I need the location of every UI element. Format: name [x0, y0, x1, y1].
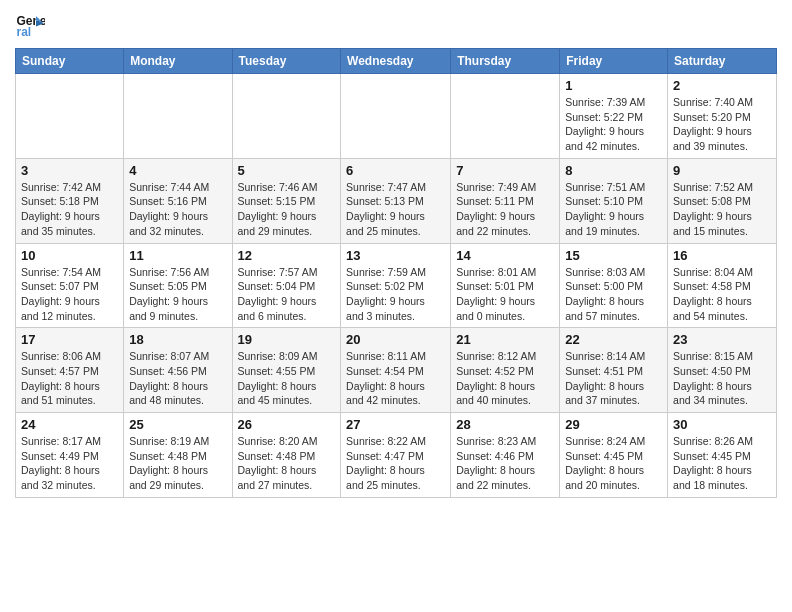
day-number: 6 — [346, 163, 445, 178]
day-number: 30 — [673, 417, 771, 432]
day-info: Sunrise: 8:22 AM Sunset: 4:47 PM Dayligh… — [346, 434, 445, 493]
day-info: Sunrise: 8:17 AM Sunset: 4:49 PM Dayligh… — [21, 434, 118, 493]
calendar-cell: 15Sunrise: 8:03 AM Sunset: 5:00 PM Dayli… — [560, 243, 668, 328]
calendar-cell: 26Sunrise: 8:20 AM Sunset: 4:48 PM Dayli… — [232, 413, 341, 498]
weekday-header-tuesday: Tuesday — [232, 49, 341, 74]
calendar-cell — [16, 74, 124, 159]
calendar-cell: 27Sunrise: 8:22 AM Sunset: 4:47 PM Dayli… — [341, 413, 451, 498]
weekday-header-sunday: Sunday — [16, 49, 124, 74]
day-info: Sunrise: 8:06 AM Sunset: 4:57 PM Dayligh… — [21, 349, 118, 408]
weekday-header-thursday: Thursday — [451, 49, 560, 74]
logo-icon: Gene ral — [15, 10, 45, 40]
calendar-cell: 12Sunrise: 7:57 AM Sunset: 5:04 PM Dayli… — [232, 243, 341, 328]
day-info: Sunrise: 7:46 AM Sunset: 5:15 PM Dayligh… — [238, 180, 336, 239]
day-number: 11 — [129, 248, 226, 263]
calendar-cell: 29Sunrise: 8:24 AM Sunset: 4:45 PM Dayli… — [560, 413, 668, 498]
calendar-cell — [232, 74, 341, 159]
day-info: Sunrise: 8:01 AM Sunset: 5:01 PM Dayligh… — [456, 265, 554, 324]
page-header: Gene ral — [15, 10, 777, 40]
day-info: Sunrise: 8:23 AM Sunset: 4:46 PM Dayligh… — [456, 434, 554, 493]
calendar-header-row: SundayMondayTuesdayWednesdayThursdayFrid… — [16, 49, 777, 74]
calendar-cell — [124, 74, 232, 159]
day-info: Sunrise: 8:11 AM Sunset: 4:54 PM Dayligh… — [346, 349, 445, 408]
day-info: Sunrise: 7:51 AM Sunset: 5:10 PM Dayligh… — [565, 180, 662, 239]
calendar-week-5: 24Sunrise: 8:17 AM Sunset: 4:49 PM Dayli… — [16, 413, 777, 498]
day-info: Sunrise: 8:03 AM Sunset: 5:00 PM Dayligh… — [565, 265, 662, 324]
day-number: 25 — [129, 417, 226, 432]
day-info: Sunrise: 7:44 AM Sunset: 5:16 PM Dayligh… — [129, 180, 226, 239]
calendar-cell: 24Sunrise: 8:17 AM Sunset: 4:49 PM Dayli… — [16, 413, 124, 498]
day-info: Sunrise: 8:20 AM Sunset: 4:48 PM Dayligh… — [238, 434, 336, 493]
day-number: 15 — [565, 248, 662, 263]
calendar-cell: 14Sunrise: 8:01 AM Sunset: 5:01 PM Dayli… — [451, 243, 560, 328]
calendar-week-3: 10Sunrise: 7:54 AM Sunset: 5:07 PM Dayli… — [16, 243, 777, 328]
day-info: Sunrise: 7:39 AM Sunset: 5:22 PM Dayligh… — [565, 95, 662, 154]
calendar-table: SundayMondayTuesdayWednesdayThursdayFrid… — [15, 48, 777, 498]
day-info: Sunrise: 8:15 AM Sunset: 4:50 PM Dayligh… — [673, 349, 771, 408]
day-number: 27 — [346, 417, 445, 432]
calendar-cell: 8Sunrise: 7:51 AM Sunset: 5:10 PM Daylig… — [560, 158, 668, 243]
day-info: Sunrise: 7:54 AM Sunset: 5:07 PM Dayligh… — [21, 265, 118, 324]
calendar-cell — [341, 74, 451, 159]
day-info: Sunrise: 8:12 AM Sunset: 4:52 PM Dayligh… — [456, 349, 554, 408]
day-info: Sunrise: 7:42 AM Sunset: 5:18 PM Dayligh… — [21, 180, 118, 239]
day-number: 26 — [238, 417, 336, 432]
day-number: 5 — [238, 163, 336, 178]
weekday-header-monday: Monday — [124, 49, 232, 74]
calendar-cell: 30Sunrise: 8:26 AM Sunset: 4:45 PM Dayli… — [668, 413, 777, 498]
day-info: Sunrise: 8:26 AM Sunset: 4:45 PM Dayligh… — [673, 434, 771, 493]
calendar-cell: 20Sunrise: 8:11 AM Sunset: 4:54 PM Dayli… — [341, 328, 451, 413]
day-number: 24 — [21, 417, 118, 432]
day-info: Sunrise: 7:56 AM Sunset: 5:05 PM Dayligh… — [129, 265, 226, 324]
day-info: Sunrise: 8:19 AM Sunset: 4:48 PM Dayligh… — [129, 434, 226, 493]
calendar-cell: 1Sunrise: 7:39 AM Sunset: 5:22 PM Daylig… — [560, 74, 668, 159]
calendar-cell: 28Sunrise: 8:23 AM Sunset: 4:46 PM Dayli… — [451, 413, 560, 498]
calendar-cell: 6Sunrise: 7:47 AM Sunset: 5:13 PM Daylig… — [341, 158, 451, 243]
calendar-cell: 3Sunrise: 7:42 AM Sunset: 5:18 PM Daylig… — [16, 158, 124, 243]
day-number: 10 — [21, 248, 118, 263]
calendar-week-4: 17Sunrise: 8:06 AM Sunset: 4:57 PM Dayli… — [16, 328, 777, 413]
day-number: 16 — [673, 248, 771, 263]
calendar-cell: 10Sunrise: 7:54 AM Sunset: 5:07 PM Dayli… — [16, 243, 124, 328]
day-info: Sunrise: 8:09 AM Sunset: 4:55 PM Dayligh… — [238, 349, 336, 408]
day-number: 19 — [238, 332, 336, 347]
day-info: Sunrise: 8:04 AM Sunset: 4:58 PM Dayligh… — [673, 265, 771, 324]
weekday-header-wednesday: Wednesday — [341, 49, 451, 74]
calendar-cell: 2Sunrise: 7:40 AM Sunset: 5:20 PM Daylig… — [668, 74, 777, 159]
calendar-cell: 4Sunrise: 7:44 AM Sunset: 5:16 PM Daylig… — [124, 158, 232, 243]
calendar-cell: 9Sunrise: 7:52 AM Sunset: 5:08 PM Daylig… — [668, 158, 777, 243]
page-container: Gene ral SundayMondayTuesdayWednesdayThu… — [0, 0, 792, 508]
calendar-cell: 22Sunrise: 8:14 AM Sunset: 4:51 PM Dayli… — [560, 328, 668, 413]
day-number: 20 — [346, 332, 445, 347]
calendar-cell: 5Sunrise: 7:46 AM Sunset: 5:15 PM Daylig… — [232, 158, 341, 243]
calendar-week-1: 1Sunrise: 7:39 AM Sunset: 5:22 PM Daylig… — [16, 74, 777, 159]
day-info: Sunrise: 7:40 AM Sunset: 5:20 PM Dayligh… — [673, 95, 771, 154]
day-number: 23 — [673, 332, 771, 347]
day-number: 13 — [346, 248, 445, 263]
calendar-cell: 16Sunrise: 8:04 AM Sunset: 4:58 PM Dayli… — [668, 243, 777, 328]
day-info: Sunrise: 8:14 AM Sunset: 4:51 PM Dayligh… — [565, 349, 662, 408]
day-number: 22 — [565, 332, 662, 347]
calendar-cell: 13Sunrise: 7:59 AM Sunset: 5:02 PM Dayli… — [341, 243, 451, 328]
day-info: Sunrise: 7:57 AM Sunset: 5:04 PM Dayligh… — [238, 265, 336, 324]
day-number: 9 — [673, 163, 771, 178]
day-number: 3 — [21, 163, 118, 178]
calendar-cell — [451, 74, 560, 159]
day-number: 29 — [565, 417, 662, 432]
day-number: 12 — [238, 248, 336, 263]
weekday-header-saturday: Saturday — [668, 49, 777, 74]
weekday-header-friday: Friday — [560, 49, 668, 74]
day-info: Sunrise: 8:24 AM Sunset: 4:45 PM Dayligh… — [565, 434, 662, 493]
day-number: 14 — [456, 248, 554, 263]
calendar-week-2: 3Sunrise: 7:42 AM Sunset: 5:18 PM Daylig… — [16, 158, 777, 243]
day-number: 4 — [129, 163, 226, 178]
day-number: 18 — [129, 332, 226, 347]
day-number: 7 — [456, 163, 554, 178]
day-number: 1 — [565, 78, 662, 93]
day-info: Sunrise: 8:07 AM Sunset: 4:56 PM Dayligh… — [129, 349, 226, 408]
day-number: 2 — [673, 78, 771, 93]
day-number: 21 — [456, 332, 554, 347]
day-info: Sunrise: 7:47 AM Sunset: 5:13 PM Dayligh… — [346, 180, 445, 239]
day-number: 17 — [21, 332, 118, 347]
calendar-cell: 18Sunrise: 8:07 AM Sunset: 4:56 PM Dayli… — [124, 328, 232, 413]
